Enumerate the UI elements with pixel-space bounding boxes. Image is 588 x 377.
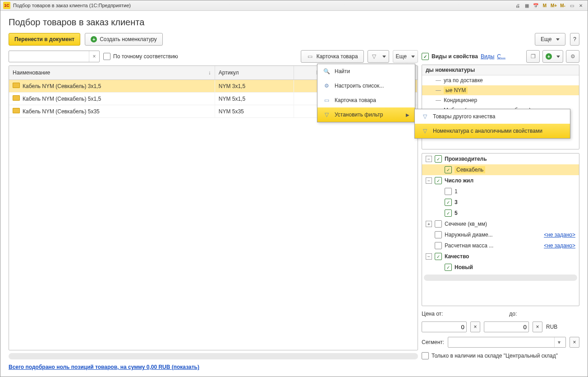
checkbox-box[interactable]: ✓ [445, 166, 452, 173]
menu-item[interactable]: ⚙Настроить список... [317, 79, 415, 93]
folder-icon [13, 108, 20, 113]
price-from-input[interactable] [422, 321, 467, 332]
price-from-label: Цена от: [422, 311, 443, 317]
checkbox-box[interactable]: ✓ [435, 177, 442, 184]
views-label: Виды и свойства [432, 53, 478, 60]
grid-icon[interactable]: ▦ [523, 2, 531, 9]
checkbox-box[interactable]: ✓ [445, 199, 452, 206]
checkbox-box [422, 53, 429, 60]
property-group[interactable]: −✓Производитель [422, 154, 579, 164]
checkbox-box [422, 352, 429, 359]
menu-item[interactable]: 🔍Найти [317, 64, 415, 79]
menu-item[interactable]: ▭Карточка товара [317, 93, 415, 107]
property-item[interactable]: ✓3 [422, 197, 579, 208]
property-group[interactable]: −✓Качество [422, 251, 579, 262]
property-group[interactable]: +Сечение (кв_мм) [422, 219, 579, 229]
checkbox-box [103, 53, 110, 60]
views-checkbox[interactable]: Виды и свойства [422, 53, 478, 60]
clear-segment[interactable]: × [570, 337, 579, 348]
filter-submenu[interactable]: ▽Товары другого качества▽Номенклатура с … [414, 109, 570, 139]
card-button-label: Карточка товара [317, 53, 358, 60]
stock-only-label: Только в наличии на складе "Центральный … [432, 353, 558, 359]
transfer-button-label: Перенести в документ [14, 36, 74, 42]
more-button[interactable]: Еще [535, 33, 565, 46]
card-button[interactable]: ▭ Карточка товара [301, 50, 364, 63]
m-plus-button[interactable]: M+ [550, 2, 558, 9]
expand-icon[interactable]: + [426, 221, 432, 227]
tree-item[interactable]: —ые NYM [422, 85, 579, 95]
search-input[interactable]: × [9, 51, 100, 62]
close-icon[interactable]: ✕ [577, 2, 585, 9]
collapse-icon[interactable]: − [426, 156, 432, 162]
summary-link[interactable]: Всего подобрано ноль позиций товаров, на… [9, 364, 199, 370]
checkbox-box[interactable] [435, 242, 442, 249]
tree-item[interactable]: —Кондиционер [422, 95, 579, 105]
value-link[interactable]: <не задано> [544, 242, 575, 249]
col-article[interactable]: Артикул [215, 66, 294, 80]
more-dropdown-menu[interactable]: 🔍Найти⚙Настроить список...▭Карточка това… [317, 64, 415, 122]
menu-item[interactable]: ▽Установить фильтр▶ [317, 107, 415, 122]
horizontal-scrollbar[interactable] [9, 353, 418, 359]
exact-match-checkbox[interactable]: По точному соответствию [103, 53, 178, 60]
clear-price-from[interactable]: × [470, 321, 480, 332]
settings-button[interactable]: ⚙ [566, 50, 579, 63]
checkbox-box[interactable] [435, 220, 442, 228]
property-item[interactable]: 1 [422, 186, 579, 197]
m-button[interactable]: M [541, 2, 549, 9]
segment-input[interactable]: ▾ [448, 337, 566, 348]
property-item[interactable]: Наружный диаме...<не задано> [422, 229, 579, 240]
stock-only-checkbox[interactable]: Только в наличии на складе "Центральный … [422, 352, 579, 359]
checkbox-box[interactable]: ✓ [445, 264, 452, 271]
more-dropdown-button[interactable]: Еще [393, 50, 418, 63]
property-item[interactable]: Расчетная масса ...<не задано> [422, 240, 579, 251]
plus-icon: + [91, 36, 97, 42]
transfer-button[interactable]: Перенести в документ [9, 33, 80, 46]
plus-icon: + [546, 53, 552, 60]
help-button-label: ? [573, 36, 576, 42]
property-item[interactable]: ✓Севкабель [422, 164, 579, 175]
col-name[interactable]: Наименование ↓ [9, 66, 215, 80]
property-item[interactable]: ✓5 [422, 208, 579, 219]
checkbox-box[interactable] [435, 231, 442, 238]
submenu-item[interactable]: ▽Номенклатура с аналогичными свойствами [415, 124, 570, 138]
clear-search-icon[interactable]: × [89, 51, 99, 62]
menu-icon: ▽ [421, 113, 428, 120]
collapse-icon[interactable]: − [426, 177, 432, 184]
checkbox-box[interactable]: ✓ [435, 155, 442, 163]
m-minus-button[interactable]: M- [559, 2, 567, 9]
add-button[interactable]: + [542, 50, 563, 63]
segment-dropdown-icon[interactable]: ▾ [554, 337, 564, 347]
create-button-label: Создать номенклатуру [100, 36, 157, 42]
tree-item[interactable]: —уга по доставке [422, 75, 579, 85]
price-to-input[interactable] [484, 321, 529, 332]
s-link[interactable]: С... [497, 53, 505, 60]
print-icon[interactable]: 🖨 [514, 2, 522, 9]
vidy-link[interactable]: Виды [481, 53, 494, 60]
checkbox-box[interactable]: ✓ [435, 253, 442, 260]
folder-icon [13, 83, 20, 88]
copy-button[interactable]: ❐ [526, 50, 540, 63]
filter-icon: ▽ [371, 53, 378, 60]
segment-label: Сегмент: [422, 339, 444, 345]
checkbox-box[interactable]: ✓ [445, 209, 452, 217]
chevron-right-icon: ▶ [406, 112, 409, 117]
folder-icon [13, 95, 20, 101]
collapse-icon[interactable]: − [426, 253, 432, 260]
menu-icon: ▽ [421, 127, 428, 135]
submenu-item[interactable]: ▽Товары другого качества [415, 109, 570, 124]
chevron-down-icon [556, 56, 560, 58]
create-nomenclature-button[interactable]: + Создать номенклатуру [85, 33, 163, 46]
properties-panel[interactable]: −✓Производитель✓Севкабель−✓Число жил1✓3✓… [422, 153, 579, 306]
props-scrollbar[interactable] [424, 275, 577, 281]
maximize-icon[interactable]: ▭ [568, 2, 576, 9]
property-group[interactable]: −✓Число жил [422, 175, 579, 186]
clear-price-to[interactable]: × [533, 321, 542, 332]
checkbox-box[interactable] [445, 188, 452, 195]
value-link[interactable]: <не задано> [544, 232, 575, 238]
titlebar: 1C Подбор товаров в заказ клиента (1С:Пр… [0, 0, 588, 11]
chevron-down-icon [382, 56, 386, 58]
property-item[interactable]: ✓Новый [422, 262, 579, 273]
calendar-icon[interactable]: 📅 [532, 2, 540, 9]
help-button[interactable]: ? [570, 33, 579, 46]
filter-button[interactable]: ▽ [368, 50, 389, 63]
